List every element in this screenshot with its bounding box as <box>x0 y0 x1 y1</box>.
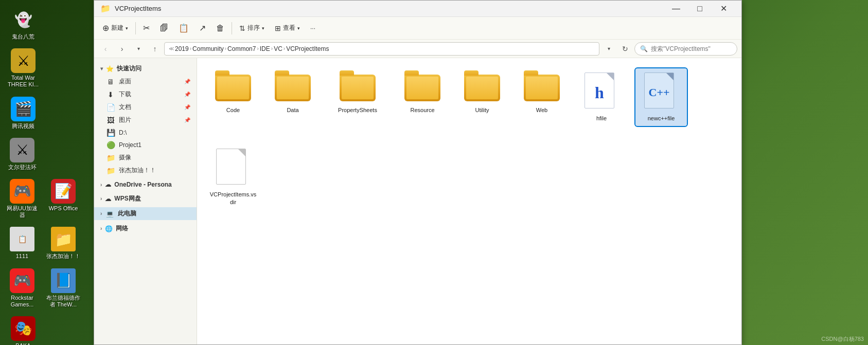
folder-body2 <box>275 75 311 101</box>
file-item-resource[interactable]: Resource <box>397 68 448 126</box>
share-button[interactable]: ↗ <box>195 21 210 35</box>
sort-icon: ⇅ <box>239 24 245 32</box>
close-button[interactable]: ✕ <box>712 1 735 17</box>
sidebar-item-project1[interactable]: 🟢 Project1 <box>94 139 197 151</box>
file-item-data[interactable]: Data <box>267 68 318 126</box>
sidebar-thispc-label: 此电脑 <box>118 209 136 218</box>
file-item-code[interactable]: Code <box>207 68 259 126</box>
camera-icon: 📁 <box>107 154 115 162</box>
search-input[interactable] <box>651 45 732 52</box>
toolbar-sep2 <box>232 22 232 34</box>
file-label-cppfile: newc++file <box>648 115 675 122</box>
minimize-button[interactable]: — <box>664 1 688 17</box>
sidebar-wps-section: › ☁ WPS网盘 <box>94 192 197 205</box>
new-button[interactable]: ⊕ 新建 ▾ <box>98 21 132 35</box>
desktop-icon-tencent[interactable]: 🎬 腾讯视频 <box>3 95 44 132</box>
cut-button[interactable]: ✂ <box>139 21 154 35</box>
title-folder-icon: 📁 <box>100 4 111 13</box>
sidebar-item-pictures[interactable]: 🖼 图片 📌 <box>94 114 197 126</box>
sidebar-quickaccess-header[interactable]: ▾ ⭐ 快速访问 <box>94 62 197 75</box>
cut-icon: ✂ <box>143 23 150 33</box>
path-2019[interactable]: 2019 <box>175 45 189 52</box>
desktop-icon-blaford[interactable]: 📘 布兰德福德作者 TheW... <box>44 266 83 310</box>
sidebar-quickaccess-label: ⭐ <box>106 65 114 72</box>
file-item-web[interactable]: Web <box>516 68 568 126</box>
desktop-icon-img4: ⚔ <box>10 138 34 162</box>
sort-button[interactable]: ⇅ 排序 ▾ <box>235 21 269 35</box>
desktop-icon-wps[interactable]: 📝 WPS Office <box>44 177 83 221</box>
file-item-vsdir[interactable]: VCProjectItems.vsdir <box>207 144 259 210</box>
sort-label: 排序 <box>247 24 260 32</box>
d-drive-icon: 💾 <box>107 129 115 137</box>
sidebar-item-desktop[interactable]: 🖥 桌面 📌 <box>94 75 197 88</box>
nav-back-button[interactable]: ‹ <box>98 42 113 56</box>
path-prefix: ≪ <box>169 46 174 51</box>
sidebar-network-header[interactable]: › 🌐 网络 <box>94 222 197 235</box>
desktop-icon-1111[interactable]: 📋 1111 <box>3 225 42 262</box>
paste-button[interactable]: 📋 <box>174 21 193 35</box>
path-common7[interactable]: Common7 <box>227 45 256 52</box>
documents-icon: 📄 <box>107 103 115 112</box>
nav-up-button[interactable]: ↑ <box>148 42 162 56</box>
sidebar-item-camera[interactable]: 📁 摄像 <box>94 151 197 164</box>
folder-body6 <box>524 75 560 101</box>
sidebar-item-downloads[interactable]: ⬇ 下载 📌 <box>94 88 197 101</box>
onedrive-icon: ☁ <box>105 181 111 188</box>
sidebar-item-documents[interactable]: 📄 文档 📌 <box>94 101 197 114</box>
explorer-window: 📁 VCProjectItems — □ ✕ ⊕ 新建 ▾ ✂ 🗐 📋 ↗ 🗑 <box>94 0 742 345</box>
refresh-button[interactable]: ↻ <box>618 42 632 56</box>
file-item-propertysheets[interactable]: PropertySheets <box>327 68 388 126</box>
pin-icon2: 📌 <box>184 92 190 97</box>
nav-dropdown-button[interactable]: ▾ <box>131 42 146 56</box>
desktop-icon-totalwar[interactable]: ⚔ Total War THREE KI... <box>3 46 44 90</box>
cppfile-text: C++ <box>649 86 670 99</box>
sidebar-item-d[interactable]: 💾 D:\ <box>94 126 197 139</box>
sidebar-thispc-header[interactable]: › 💻 此电脑 <box>94 207 197 220</box>
sidebar-onedrive-header[interactable]: › ☁ OneDrive - Persona <box>94 179 197 190</box>
copy-button[interactable]: 🗐 <box>156 21 172 35</box>
path-arrow1: › <box>190 46 191 51</box>
copy-icon: 🗐 <box>160 24 168 33</box>
blankfile-body <box>216 149 246 185</box>
zhangjie-icon: 📁 <box>107 167 115 175</box>
desktop-icon-zhangjie[interactable]: 📁 张杰加油！！ <box>44 225 83 262</box>
maximize-button[interactable]: □ <box>688 1 712 17</box>
file-item-cppfile[interactable]: C++ newc++file <box>635 68 687 126</box>
desktop-icon-uu[interactable]: 🎮 网易UU加速器 <box>3 177 42 221</box>
hfile-letter: h <box>595 83 604 102</box>
sidebar-quickaccess-text: 快速访问 <box>117 64 141 73</box>
desktop-icon-elden[interactable]: ⚔ 文尔登法环 <box>3 136 42 173</box>
path-community[interactable]: Community <box>192 45 224 52</box>
quickaccess-expand-icon: ▾ <box>100 66 103 71</box>
file-item-hfile[interactable]: h hfile <box>576 68 627 126</box>
onedrive-expand-icon: › <box>100 182 102 188</box>
path-vcprojectitems[interactable]: VCProjectItems <box>286 45 329 52</box>
sidebar-item-zhangjie2[interactable]: 📁 张杰加油！！ <box>94 164 197 177</box>
file-item-utility[interactable]: Utility <box>456 68 508 126</box>
pin-icon4: 📌 <box>184 117 190 123</box>
sidebar-thispc-section: › 💻 此电脑 <box>94 207 197 220</box>
sidebar: ▾ ⭐ 快速访问 🖥 桌面 📌 ⬇ 下载 📌 📄 文档 📌 <box>94 58 197 344</box>
desktop-icon-rockstar[interactable]: 🎮 Rockstar Games... <box>3 266 42 310</box>
more-button[interactable]: ··· <box>306 22 320 34</box>
sidebar-onedrive-section: › ☁ OneDrive - Persona <box>94 179 197 190</box>
pictures-icon: 🖼 <box>107 116 115 124</box>
sidebar-item-documents-label: 文档 <box>119 103 131 112</box>
path-dropdown-button[interactable]: ▾ <box>601 42 616 56</box>
path-arrow4: › <box>271 46 273 51</box>
desktop-icon-baka[interactable]: 🎭 BAKA <box>3 314 44 345</box>
new-icon: ⊕ <box>102 23 109 33</box>
nav-forward-button[interactable]: › <box>115 42 129 56</box>
desktop-icon-ghost[interactable]: 👻 鬼台八荒 <box>3 5 44 42</box>
path-vc[interactable]: VC <box>274 45 282 52</box>
folder-body <box>215 75 251 101</box>
file-label-ps: PropertySheets <box>338 106 377 114</box>
sidebar-wps-header[interactable]: › ☁ WPS网盘 <box>94 192 197 205</box>
desktop-icon-label6: WPS Office <box>49 205 78 212</box>
paste-icon: 📋 <box>179 23 189 33</box>
path-ide[interactable]: IDE <box>260 45 270 52</box>
sidebar-onedrive-label: OneDrive - Persona <box>114 181 171 188</box>
folder-body5 <box>464 75 500 101</box>
delete-button[interactable]: 🗑 <box>212 21 228 35</box>
view-button[interactable]: ⊞ 查看 ▾ <box>271 21 304 35</box>
